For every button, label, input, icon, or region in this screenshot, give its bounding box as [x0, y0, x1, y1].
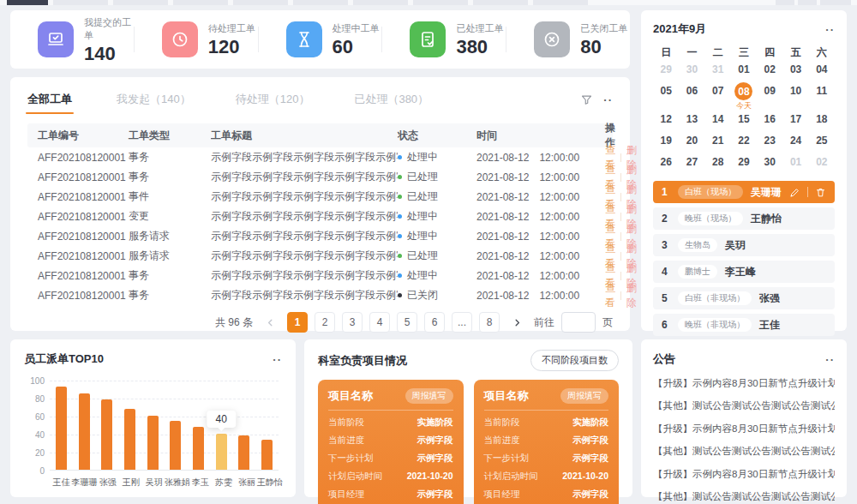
- calendar-day[interactable]: 20: [679, 131, 704, 153]
- stat-card[interactable]: 处理中工单60: [259, 21, 382, 57]
- calendar-day[interactable]: 02: [757, 60, 782, 81]
- calendar-day[interactable]: 08今天: [731, 81, 757, 111]
- chart-bar[interactable]: [216, 434, 227, 470]
- window-tab[interactable]: [776, 0, 794, 5]
- tab-我发起（140）[interactable]: 我发起（140）: [117, 92, 191, 107]
- window-tab[interactable]: [798, 0, 817, 5]
- calendar-day[interactable]: 27: [679, 153, 704, 174]
- window-tab[interactable]: [233, 0, 288, 5]
- calendar-day[interactable]: 23: [757, 131, 782, 153]
- calendar-day[interactable]: 29: [731, 153, 757, 174]
- tab-全部工单[interactable]: 全部工单: [27, 92, 72, 107]
- goto-page-input[interactable]: [561, 312, 596, 333]
- announcement-item[interactable]: 【其他】测试公告测试公告测试公告测试公告测试公告: [653, 445, 835, 458]
- chart-bar[interactable]: [56, 387, 67, 470]
- calendar-day[interactable]: 24: [782, 131, 808, 153]
- stat-card[interactable]: 已关闭工单80: [506, 21, 630, 57]
- calendar-day[interactable]: 17: [782, 110, 808, 131]
- calendar-day[interactable]: 01: [731, 60, 757, 81]
- calendar-day[interactable]: 10: [782, 81, 808, 111]
- calendar-day[interactable]: 03: [782, 60, 808, 81]
- more-icon[interactable]: ··: [603, 94, 613, 105]
- calendar-day[interactable]: 12: [653, 110, 679, 131]
- announcement-item[interactable]: 【其他】测试公告测试公告测试公告测试公告测试公告: [653, 399, 835, 412]
- calendar-day[interactable]: 09: [757, 81, 782, 111]
- calendar-day[interactable]: 06: [679, 81, 704, 111]
- chart-bar[interactable]: [170, 421, 181, 470]
- more-icon[interactable]: ··: [825, 24, 835, 35]
- stat-card[interactable]: 我提交的工单140: [10, 16, 134, 63]
- window-tab[interactable]: [473, 0, 528, 5]
- calendar-day[interactable]: 19: [653, 131, 679, 153]
- more-icon[interactable]: ··: [825, 354, 835, 365]
- chart-bar[interactable]: [238, 435, 249, 470]
- shift-row[interactable]: 2晚班（现场）王静怡: [653, 207, 835, 230]
- table-row[interactable]: AFF202108120001变更示例字段示例字段示例字段示例字段示例字段处理中…: [27, 207, 613, 226]
- shift-row[interactable]: 4鹏博士李王峰: [653, 261, 835, 283]
- chart-bar[interactable]: [193, 427, 204, 470]
- calendar-day[interactable]: 29: [653, 60, 679, 81]
- chart-bar[interactable]: [147, 416, 159, 470]
- window-tab[interactable]: [820, 0, 851, 5]
- filter-funnel-icon[interactable]: [580, 93, 593, 106]
- calendar-day[interactable]: 28: [705, 153, 731, 174]
- table-row[interactable]: AFF202108120001服务请求示例字段示例字段示例字段示例字段示例字段已…: [27, 246, 613, 266]
- weekly-report-tag[interactable]: 周报填写: [405, 388, 453, 404]
- announcement-item[interactable]: 【升级】示例内容8月30日新节点升级计划通知: [653, 377, 835, 390]
- next-page-button[interactable]: [506, 312, 527, 333]
- calendar-day[interactable]: 31: [705, 60, 731, 81]
- calendar-day[interactable]: 07: [705, 81, 731, 111]
- more-icon[interactable]: ··: [273, 354, 282, 365]
- shift-row[interactable]: 5白班（非现场）张强: [653, 287, 835, 309]
- stat-card[interactable]: 待处理工单120: [135, 21, 258, 57]
- project-card[interactable]: 项目名称周报填写当前阶段实施阶段当前进度示例字段下一步计划示例字段计划启动时间2…: [318, 380, 464, 504]
- page-button-6[interactable]: 6: [424, 312, 445, 333]
- calendar-day[interactable]: 02: [809, 153, 835, 174]
- window-tab[interactable]: [413, 0, 468, 5]
- tab-已处理（380）[interactable]: 已处理（380）: [354, 92, 428, 107]
- calendar-day[interactable]: 26: [653, 153, 679, 174]
- page-button-1[interactable]: 1: [287, 312, 308, 333]
- table-row[interactable]: AFF202108120001事务示例字段示例字段示例字段示例字段示例字段已处理…: [27, 167, 613, 187]
- page-button-3[interactable]: 3: [342, 312, 363, 333]
- stage-projects-button[interactable]: 不同阶段项目数: [530, 350, 619, 371]
- calendar-day[interactable]: 18: [809, 110, 835, 131]
- shift-row[interactable]: 1白班（现场）吴珊珊: [653, 181, 835, 203]
- calendar-day[interactable]: 21: [705, 131, 731, 153]
- shift-row[interactable]: 3生物岛吴玥: [653, 234, 835, 256]
- trash-icon[interactable]: [815, 187, 826, 198]
- calendar-day[interactable]: 22: [731, 131, 757, 153]
- table-row[interactable]: AFF202108120001事件示例字段示例字段示例字段示例字段示例字段已处理…: [27, 187, 613, 207]
- window-tab[interactable]: [293, 0, 348, 5]
- tab-待处理（120）[interactable]: 待处理（120）: [236, 92, 310, 107]
- announcement-item[interactable]: 【其他】测试公告测试公告测试公告测试公告测试公告: [653, 490, 835, 503]
- view-link[interactable]: 查看: [605, 281, 615, 310]
- page-button-4[interactable]: 4: [369, 312, 390, 333]
- window-tab[interactable]: [113, 0, 168, 5]
- page-button-8[interactable]: 8: [479, 312, 500, 333]
- chart-bar[interactable]: [79, 393, 90, 470]
- page-button-2[interactable]: 2: [315, 312, 335, 333]
- stat-card[interactable]: 已处理工单380: [382, 21, 506, 57]
- calendar-day[interactable]: 13: [679, 110, 704, 131]
- table-row[interactable]: AFF202108120001服务请求示例字段示例字段示例字段示例字段示例字段处…: [27, 226, 613, 246]
- window-tab[interactable]: [173, 0, 228, 5]
- active-window-tab[interactable]: [7, 0, 48, 5]
- calendar-day[interactable]: 05: [653, 81, 679, 111]
- weekly-report-tag[interactable]: 周报填写: [560, 388, 608, 404]
- calendar-day[interactable]: 15: [731, 110, 757, 131]
- page-button-...[interactable]: ...: [452, 312, 472, 333]
- calendar-day[interactable]: 04: [809, 60, 835, 81]
- calendar-day[interactable]: 16: [757, 110, 782, 131]
- calendar-day[interactable]: 11: [809, 81, 835, 111]
- calendar-day[interactable]: 14: [705, 110, 731, 131]
- shift-row[interactable]: 6晚班（非现场）王佳: [653, 314, 835, 336]
- edit-pencil-icon[interactable]: [789, 187, 800, 198]
- page-button-5[interactable]: 5: [397, 312, 417, 333]
- calendar-day[interactable]: 30: [757, 153, 782, 174]
- delete-link[interactable]: 删除: [626, 281, 637, 310]
- window-tab[interactable]: [533, 0, 588, 5]
- chart-bar[interactable]: [261, 440, 273, 470]
- chart-bar[interactable]: [124, 409, 135, 470]
- announcement-item[interactable]: 【升级】示例内容8月30日新节点升级计划通知: [653, 423, 835, 435]
